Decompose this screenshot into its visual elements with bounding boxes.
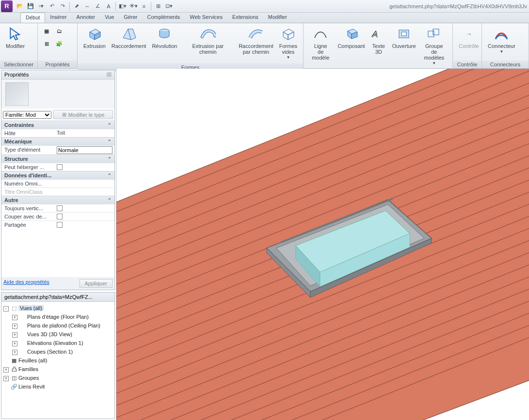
prop-row: Numéro Omni... <box>1 179 114 187</box>
checkbox[interactable] <box>57 222 63 228</box>
formes-vides-button[interactable]: Formesvides▼ <box>276 25 300 62</box>
chevron-down-icon: ▼ <box>499 49 503 55</box>
tab-web-services[interactable]: Web Services <box>185 13 227 23</box>
checkbox[interactable] <box>57 164 63 170</box>
prop-value[interactable] <box>55 204 114 212</box>
controle-button[interactable]: ⇢ Contrôle <box>456 25 482 50</box>
tree-node[interactable]: ▦Feuilles (all) <box>3 356 112 365</box>
tab-inserer[interactable]: Insérer <box>45 13 71 23</box>
qat-undo-icon[interactable]: ↶ <box>47 1 57 12</box>
prop-input[interactable] <box>57 146 112 154</box>
prop-key: Titre OmniClass <box>1 188 55 196</box>
qat-cube-icon[interactable]: ◧▾ <box>117 1 128 12</box>
ligne-modele-icon <box>313 26 328 42</box>
prop-category[interactable]: Structure⌃ <box>1 155 114 163</box>
viewport-3d[interactable] <box>116 69 529 420</box>
tree-node[interactable]: +Plans de plafond (Ceiling Plan) <box>3 321 112 330</box>
qat-save-icon[interactable]: 💾 <box>25 1 36 12</box>
tab-complements[interactable]: Compléments <box>142 13 185 23</box>
tab-vue[interactable]: Vue <box>100 13 119 23</box>
tree-node[interactable]: 🔗Liens Revit <box>3 382 112 391</box>
tree-expander[interactable]: + <box>12 324 17 329</box>
properties-param-icon[interactable]: ⊞ <box>41 38 52 49</box>
prop-value[interactable] <box>55 146 114 155</box>
tree-node[interactable]: +Coupes (Section 1) <box>3 347 112 356</box>
tree-expander[interactable]: + <box>3 376 9 381</box>
properties-grid-icon[interactable]: ▦ <box>41 25 52 37</box>
chevron-up-icon: ⌃ <box>108 123 112 127</box>
texte-3d-label: 3D <box>375 49 382 55</box>
revolution-icon <box>157 26 172 42</box>
qat-text-icon[interactable]: A <box>103 1 114 12</box>
prop-category[interactable]: Données d'identi...⌃ <box>1 171 114 179</box>
ligne-modele-button[interactable]: Lignede modèle <box>306 25 335 62</box>
ouverture-button[interactable]: Ouverture <box>389 25 419 50</box>
qat-window-icon[interactable]: ⊞ <box>153 1 163 12</box>
extrusion-chemin-button[interactable]: Extrusion par chemin <box>180 25 236 56</box>
qat-section-icon[interactable]: ≡ <box>139 1 149 12</box>
prop-value: Toit <box>55 129 114 137</box>
texte-3d-button[interactable]: AATexte3D <box>368 25 389 56</box>
tab-modifier[interactable]: Modifier <box>263 13 292 23</box>
tree-node[interactable]: +◫Groupes <box>3 373 112 382</box>
prop-category[interactable]: Mécanique⌃ <box>1 137 114 145</box>
svg-marker-8 <box>288 32 294 40</box>
tree-label: Groupes <box>18 375 39 381</box>
qat-switch-window-icon[interactable]: ⊡▾ <box>163 1 174 12</box>
tree-node[interactable]: +Plans d'étage (Floor Plan) <box>3 312 112 321</box>
qat-box-icon[interactable]: ▫▾ <box>36 1 47 12</box>
tree-expander[interactable]: - <box>3 306 9 311</box>
tab-debut[interactable]: Début <box>20 13 45 23</box>
tree-label: Vues 3D (3D View) <box>27 331 72 337</box>
tree-node[interactable]: -⬚Vues (all) <box>3 304 112 312</box>
properties-help-link[interactable]: Aide des propriétés <box>3 279 77 288</box>
groupe-modeles-label: de modèles <box>422 49 447 61</box>
qat-angle-icon[interactable]: ∠ <box>93 1 103 12</box>
properties-family-icon[interactable]: 🧩 <box>53 38 65 49</box>
tree-expander[interactable]: + <box>12 350 17 355</box>
extrusion-label: Extrusion <box>83 43 106 49</box>
prop-value[interactable] <box>55 213 114 220</box>
ligne-modele-label: Ligne <box>314 43 327 49</box>
tree-node[interactable]: +Elévations (Elevation 1) <box>3 339 112 347</box>
tree-node[interactable]: +凸Familles <box>3 365 112 373</box>
tree-expander[interactable]: + <box>12 315 17 320</box>
app-menu-button[interactable]: R <box>1 0 13 12</box>
prop-value[interactable] <box>55 163 114 171</box>
prop-row: Peut héberger ... <box>1 163 114 171</box>
tree-expander[interactable]: + <box>3 367 9 373</box>
prop-category[interactable]: Contraintes⌃ <box>1 121 114 129</box>
tree-expander[interactable]: + <box>12 341 17 346</box>
prop-key: Numéro Omni... <box>1 180 55 187</box>
qat-measure-icon[interactable]: ↔ <box>82 1 93 12</box>
prop-category[interactable]: Autre⌃ <box>1 196 114 204</box>
apply-button[interactable]: Appliquer <box>80 279 112 288</box>
tree-label: Liens Revit <box>18 384 45 389</box>
tree-node[interactable]: +Vues 3D (3D View) <box>3 330 112 339</box>
checkbox[interactable] <box>57 205 63 211</box>
tab-annoter[interactable]: Annoter <box>72 13 100 23</box>
composant-button[interactable]: Composant <box>335 25 368 50</box>
revolution-button[interactable]: Révolution <box>149 25 180 50</box>
qat-open-icon[interactable]: 📂 <box>15 1 25 12</box>
chevron-up-icon: ⌃ <box>108 139 112 144</box>
tab-extensions[interactable]: Extensions <box>227 13 263 23</box>
tree-expander[interactable]: + <box>12 332 17 338</box>
prop-value[interactable] <box>55 221 114 229</box>
raccordement-chemin-button[interactable]: Raccordementpar chemin <box>236 25 276 56</box>
qat-eye-icon[interactable]: 👁▾ <box>128 1 139 12</box>
connecteur-button[interactable]: Connecteur ▼ <box>485 25 518 56</box>
extrusion-button[interactable]: Extrusion <box>80 25 109 50</box>
modifier-button[interactable]: Modifier <box>3 25 28 50</box>
properties-types-icon[interactable]: 🗂 <box>53 25 65 37</box>
qat-cursor-icon[interactable]: ⬈ <box>71 1 82 12</box>
close-icon[interactable] <box>107 72 112 77</box>
checkbox[interactable] <box>57 214 63 219</box>
groupe-modeles-button[interactable]: Groupede modèles▼ <box>419 25 449 67</box>
qat-redo-icon[interactable]: ↷ <box>57 1 68 12</box>
raccordement-button[interactable]: Raccordement <box>109 25 149 50</box>
tab-gerer[interactable]: Gérer <box>119 13 142 23</box>
workspace: Propriétés Famille: Mod ⊞Modifier le typ… <box>0 69 529 420</box>
type-selector[interactable]: Famille: Mod <box>3 111 51 119</box>
edit-type-button[interactable]: ⊞Modifier le type <box>53 110 113 119</box>
